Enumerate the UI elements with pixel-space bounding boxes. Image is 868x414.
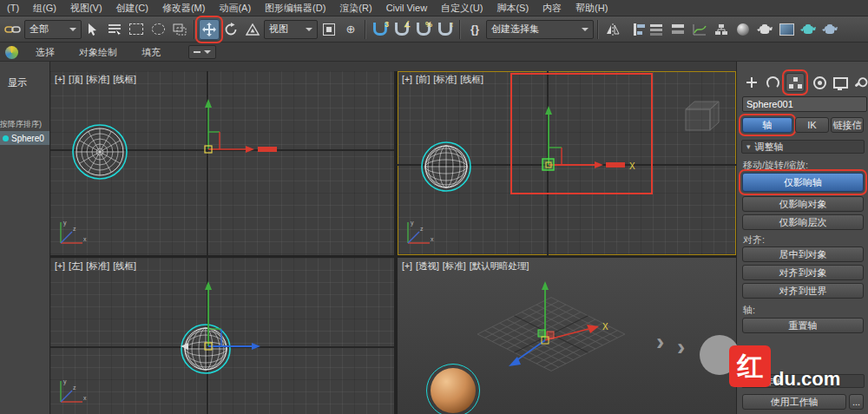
tab-hierarchy-icon[interactable] [786,73,805,92]
move-gizmo[interactable] [169,95,282,161]
snap-toggle-3d-icon[interactable]: 3 [370,19,391,40]
use-pivot-point-center-icon[interactable] [319,19,339,40]
viewport-left[interactable]: [+][左][标准][线框] [50,258,394,414]
menu-item-content[interactable]: 内容 [536,2,569,15]
pivot-tab-button[interactable]: 轴 [742,117,792,133]
viewport-menu-pov[interactable]: [顶] [69,74,82,84]
viewport-menu-standard[interactable]: [标准] [86,74,109,84]
move-gizmo[interactable] [161,279,282,360]
material-editor-icon[interactable] [733,19,753,40]
viewport-menu-standard[interactable]: [标准] [433,74,457,84]
render-setup-icon[interactable] [754,19,775,40]
ribbon-tab-populate[interactable]: 填充 [129,46,173,59]
viewport-menu-shading[interactable]: [线框] [460,74,483,84]
render-production-icon[interactable] [798,19,819,40]
rendered-frame-window-icon[interactable] [776,19,797,40]
angle-snap-icon[interactable]: ∠ [391,19,412,40]
selection-filter-value: 全部 [30,23,49,36]
viewport-menu-general[interactable]: [+] [402,260,412,271]
curve-editor-icon[interactable] [689,19,710,40]
tab-motion-icon[interactable] [810,73,829,92]
tab-create-icon[interactable] [742,73,761,92]
lasso-selection-region-icon[interactable] [148,19,168,40]
select-object-icon[interactable] [82,19,103,40]
menu-item-help[interactable]: 帮助(H) [569,2,615,15]
viewport-menu-standard[interactable]: [标准] [443,260,466,271]
watermark-chevron: › [656,328,664,356]
percent-snap-icon[interactable]: % [413,19,434,40]
scene-explorer-item-sphere[interactable]: Sphere0 [0,131,49,145]
affect-object-only-button[interactable]: 仅影响对象 [742,196,864,212]
menu-item-group[interactable]: 组(G) [26,2,63,15]
reset-pivot-button[interactable]: 重置轴 [742,318,864,333]
select-by-name-icon[interactable] [104,19,125,40]
viewport-menu-general[interactable]: [+] [55,260,65,271]
menu-item-graph-editors[interactable]: 图形编辑器(D) [258,2,332,15]
affect-hierarchy-only-button[interactable]: 仅影响层次 [742,214,864,230]
sphere-object-shaded[interactable] [431,368,476,413]
viewport-menu-shading[interactable]: [线框] [113,260,136,271]
viewport-menu-standard[interactable]: [标准] [86,260,109,271]
sphere-object-top-view[interactable] [71,123,128,181]
menu-item-views[interactable]: 视图(V) [63,2,109,15]
align-to-object-button[interactable]: 对齐到对象 [742,265,864,280]
window-crossing-icon[interactable] [169,19,190,40]
menu-item-animation[interactable]: 动画(A) [212,2,258,15]
ribbon-tab-select[interactable]: 选择 [23,46,67,59]
menu-item-rendering[interactable]: 渲染(R) [332,2,378,15]
edit-named-selection-sets-icon[interactable]: {} [464,19,485,40]
align-to-world-button[interactable]: 对齐到世界 [742,283,864,299]
affect-pivot-only-button[interactable]: 仅影响轴 [742,173,864,192]
named-selection-sets-dropdown[interactable]: 创建选择集 [486,20,594,39]
tab-display-icon[interactable] [831,73,850,92]
viewport-menu-pov[interactable]: [前] [416,74,430,84]
use-working-pivot-button[interactable]: 使用工作轴 [742,394,846,410]
select-and-manipulate-icon[interactable]: ⊕ [340,19,361,40]
viewport-menu-shading[interactable]: [线框] [113,74,136,84]
schematic-view-icon[interactable] [711,19,732,40]
menu-item-civil-view[interactable]: Civil View [379,3,434,13]
layer-explorer-icon[interactable] [646,19,667,40]
select-and-rotate-icon[interactable] [220,19,241,40]
selection-bracket [426,364,480,414]
panel-overflow-button[interactable]: ... [849,394,864,410]
mirror-icon[interactable] [602,19,623,40]
ik-tab-button[interactable]: IK [795,117,829,133]
viewport-perspective[interactable]: [+][透视][标准][默认明暗处理] X [398,258,736,414]
render-iterative-icon[interactable] [819,19,840,40]
reference-coordinate-dropdown[interactable]: 视图 [264,20,318,39]
move-gizmo[interactable]: X [486,279,625,375]
viewport-front[interactable]: [+][前][标准][线框] X [398,71,736,255]
select-and-link-icon[interactable] [3,19,23,40]
select-and-move-button[interactable] [199,19,220,40]
viewport-menu-general[interactable]: [+] [55,74,65,84]
viewcube[interactable] [679,97,720,139]
selection-filter-dropdown[interactable]: 全部 [24,20,82,39]
ribbon-toggle-icon[interactable] [667,19,688,40]
tab-utilities-icon[interactable] [850,73,868,92]
ribbon-minimize-dropdown[interactable] [188,45,216,59]
menu-item-tools[interactable]: (T) [0,3,26,13]
spinner-snap-icon[interactable]: ↕ [435,19,456,40]
menu-item-scripting[interactable]: 脚本(S) [490,2,536,15]
viewport-menu-pov[interactable]: [透视] [416,260,439,271]
object-name-field[interactable]: Sphere001 [742,96,867,112]
adjust-pivot-rollout[interactable]: ▾ 调整轴 [741,140,865,154]
sphere-object-front-view[interactable] [420,141,472,193]
viewport-menu-shading[interactable]: [默认明暗处理] [470,260,529,271]
graphite-modeling-icon[interactable] [5,46,18,59]
menu-item-create[interactable]: 创建(C) [109,2,155,15]
center-to-object-button[interactable]: 居中到对象 [742,246,864,262]
menu-item-modifiers[interactable]: 修改器(M) [155,2,213,15]
viewport-top[interactable]: [+][顶][标准][线框] [50,71,394,255]
link-info-tab-button[interactable]: 链接信 [831,117,864,133]
viewport-menu-general[interactable]: [+] [402,74,412,84]
viewport-menu-pov[interactable]: [左] [69,260,82,271]
ribbon-tab-object-paint[interactable]: 对象绘制 [67,46,129,59]
select-and-scale-icon[interactable] [242,19,263,40]
move-gizmo[interactable]: X [508,102,647,178]
menu-item-customize[interactable]: 自定义(U) [434,2,490,15]
align-icon[interactable] [624,19,645,40]
rectangular-selection-region-icon[interactable] [126,19,147,40]
tab-modify-icon[interactable] [763,73,782,92]
